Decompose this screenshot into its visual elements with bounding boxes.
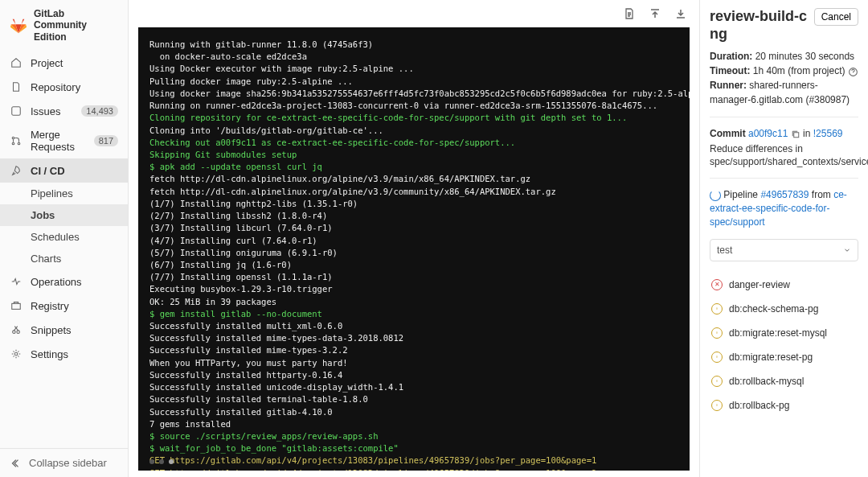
related-job-item[interactable]: ◦db:check-schema-pg [710, 297, 858, 321]
sidebar-item-operations[interactable]: Operations [0, 269, 128, 294]
log-line: Successfully installed mime-types-3.2.2 [149, 344, 678, 356]
log-line: $ source ./scripts/review_apps/review-ap… [149, 430, 678, 442]
home-icon [10, 56, 23, 69]
collapse-sidebar-button[interactable]: Collapse sidebar [0, 448, 128, 477]
log-line: $ wait_for_job_to_be_done "gitlab:assets… [149, 442, 678, 454]
job-name: review-build-cng [710, 8, 809, 43]
gitlab-logo-icon [10, 17, 27, 35]
chevron-left-icon [10, 458, 21, 469]
related-job-item[interactable]: ◦db:rollback-mysql [710, 369, 858, 393]
log-line: Successfully installed terminal-table-1.… [149, 393, 678, 405]
status-pending-icon: ◦ [711, 376, 723, 387]
related-jobs-list: ✕danger-review◦db:check-schema-pg◦db:mig… [710, 273, 858, 417]
sidebar-sub-jobs[interactable]: Jobs [0, 204, 128, 226]
log-line: GET https://gitlab.com/api/v4/projects/1… [149, 454, 678, 467]
log-line: Successfully installed gitlab-4.10.0 [149, 406, 678, 418]
sidebar-sub-schedules[interactable]: Schedules [0, 226, 128, 248]
copy-icon[interactable] [791, 130, 800, 139]
dot-icon [159, 459, 164, 464]
divider [710, 178, 858, 179]
pipeline-id-link[interactable]: #49657839 [760, 189, 809, 200]
related-job-name: db:rollback-pg [729, 400, 789, 411]
log-line: (7/7) Installing openssl (1.1.1a-r1) [149, 271, 678, 283]
log-line: Successfully installed mime-types-data-3… [149, 332, 678, 344]
sidebar-item-settings[interactable]: Settings [0, 342, 128, 366]
job-details-panel: review-build-cng Cancel Duration: 20 min… [699, 0, 868, 477]
svg-rect-9 [794, 133, 799, 138]
running-icon [710, 190, 721, 201]
main-content: Running with gitlab-runner 11.8.0 (4745a… [129, 0, 699, 477]
commit-sha-link[interactable]: a00f9c11 [748, 128, 788, 139]
merge-icon [10, 134, 23, 147]
issues-icon [10, 105, 23, 117]
snippets-icon [10, 323, 23, 336]
svg-point-7 [14, 352, 18, 356]
raw-log-button[interactable] [620, 5, 638, 23]
status-pending-icon: ◦ [711, 400, 723, 411]
log-line: Running with gitlab-runner 11.8.0 (4745a… [149, 39, 678, 51]
sidebar-header: GitLab Community Edition [0, 0, 128, 51]
related-job-item[interactable]: ◦db:migrate:reset-pg [710, 345, 858, 369]
related-job-name: db:migrate:reset-mysql [729, 327, 827, 339]
rocket-icon [10, 164, 23, 177]
sidebar-item-project[interactable]: Project [0, 51, 128, 75]
related-job-item[interactable]: ◦db:migrate:reset-mysql [710, 321, 858, 345]
log-line: (6/7) Installing jq (1.6-r0) [149, 259, 678, 271]
related-job-item[interactable]: ◦db:rollback-pg [710, 393, 858, 417]
help-icon[interactable] [848, 67, 858, 77]
svg-point-1 [12, 137, 14, 139]
log-line: (4/7) Installing curl (7.64.0-r1) [149, 235, 678, 247]
svg-point-2 [12, 142, 14, 145]
sidebar: GitLab Community Edition Project Reposit… [0, 0, 129, 477]
log-line: Using Docker executor with image ruby:2.… [149, 63, 678, 75]
related-job-name: danger-review [729, 279, 790, 290]
log-line: Cloning repository for ce-extract-ee-spe… [149, 112, 678, 124]
registry-icon [10, 299, 23, 312]
related-job-item[interactable]: ✕danger-review [710, 273, 858, 297]
log-line: Successfully installed httparty-0.16.4 [149, 369, 678, 381]
job-toolbar [129, 0, 699, 23]
related-job-name: db:rollback-mysql [729, 376, 804, 387]
commit-info: Commit a00f9c11 in !25569 Reduce differe… [710, 127, 858, 168]
status-pending-icon: ◦ [711, 327, 723, 339]
log-line: (3/7) Installing libcurl (7.64.0-r1) [149, 222, 678, 234]
scroll-bottom-button[interactable] [672, 5, 690, 23]
sidebar-sub-pipelines[interactable]: Pipelines [0, 183, 128, 204]
log-line: Checking out a00f9c11 as ce-extract-ee-s… [149, 137, 678, 149]
scroll-top-button[interactable] [646, 5, 664, 23]
svg-point-6 [17, 331, 20, 334]
log-line: on docker-auto-scale ed2dce3a [149, 51, 678, 63]
sidebar-item-merge-requests[interactable]: Merge Requests 817 [0, 123, 128, 158]
sidebar-title: GitLab Community Edition [34, 8, 118, 43]
log-line: Skipping Git submodules setup [149, 149, 678, 161]
mr-link[interactable]: !25569 [813, 128, 843, 139]
sidebar-sub-charts[interactable]: Charts [0, 248, 128, 269]
svg-point-5 [13, 331, 16, 334]
sidebar-item-snippets[interactable]: Snippets [0, 318, 128, 342]
log-line: (2/7) Installing libssh2 (1.8.0-r4) [149, 210, 678, 222]
status-pending-icon: ◦ [711, 303, 723, 315]
log-line: Pulling docker image ruby:2.5-alpine ... [149, 76, 678, 88]
log-line: fetch http://dl-cdn.alpinelinux.org/alpi… [149, 173, 678, 185]
status-failed-icon: ✕ [711, 279, 723, 290]
commit-message: Reduce differences in spec/support/share… [710, 142, 858, 168]
issues-count-badge: 14,493 [81, 105, 118, 117]
log-line: Cloning into '/builds/gitlab-org/gitlab-… [149, 125, 678, 137]
log-line: 7 gems installed [149, 418, 678, 430]
log-line: $ gem install gitlab --no-document [149, 308, 678, 320]
stage-select[interactable]: test [710, 239, 858, 261]
log-line: When you HTTParty, you must party hard! [149, 357, 678, 369]
dot-icon [149, 459, 154, 464]
cancel-job-button[interactable]: Cancel [814, 8, 858, 26]
job-log-terminal[interactable]: Running with gitlab-runner 11.8.0 (4745a… [138, 27, 690, 471]
svg-rect-0 [12, 107, 21, 116]
status-pending-icon: ◦ [711, 352, 723, 363]
sidebar-item-registry[interactable]: Registry [0, 294, 128, 318]
sidebar-item-cicd[interactable]: CI / CD [0, 158, 128, 183]
log-line: GET https://gitlab.com/api/v4/projects/1… [149, 467, 678, 471]
log-line: OK: 25 MiB in 39 packages [149, 296, 678, 308]
sidebar-item-issues[interactable]: Issues 14,493 [0, 99, 128, 123]
log-line: Executing busybox-1.29.3-r10.trigger [149, 283, 678, 295]
sidebar-item-repository[interactable]: Repository [0, 75, 128, 99]
log-line: (5/7) Installing oniguruma (6.9.1-r0) [149, 247, 678, 259]
